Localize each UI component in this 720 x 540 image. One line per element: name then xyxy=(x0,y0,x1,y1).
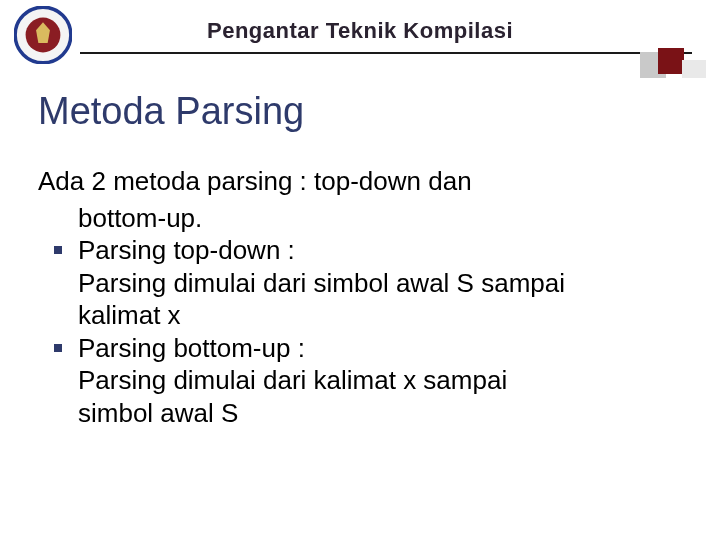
intro-text-line1: Ada 2 metoda parsing : top-down dan xyxy=(38,165,678,198)
item-head: Parsing top-down : xyxy=(78,235,295,265)
item-desc: simbol awal S xyxy=(38,397,678,430)
item-head: Parsing bottom-up : xyxy=(78,333,305,363)
bullet-icon xyxy=(54,344,62,352)
slide-title: Metoda Parsing xyxy=(38,90,304,133)
item-desc: Parsing dimulai dari kalimat x sampai xyxy=(38,364,678,397)
slide: Pengantar Teknik Kompilasi Metoda Parsin… xyxy=(0,0,720,540)
header-rule xyxy=(80,52,692,54)
slide-body: Ada 2 metoda parsing : top-down dan bott… xyxy=(38,165,678,429)
course-title: Pengantar Teknik Kompilasi xyxy=(0,18,720,44)
item-desc: Parsing dimulai dari simbol awal S sampa… xyxy=(38,267,678,300)
accent-squares xyxy=(640,48,706,78)
intro-text-line2: bottom-up. xyxy=(38,202,678,235)
list-item: Parsing bottom-up : xyxy=(38,332,678,365)
bullet-icon xyxy=(54,246,62,254)
item-desc: kalimat x xyxy=(38,299,678,332)
list-item: Parsing top-down : xyxy=(38,234,678,267)
